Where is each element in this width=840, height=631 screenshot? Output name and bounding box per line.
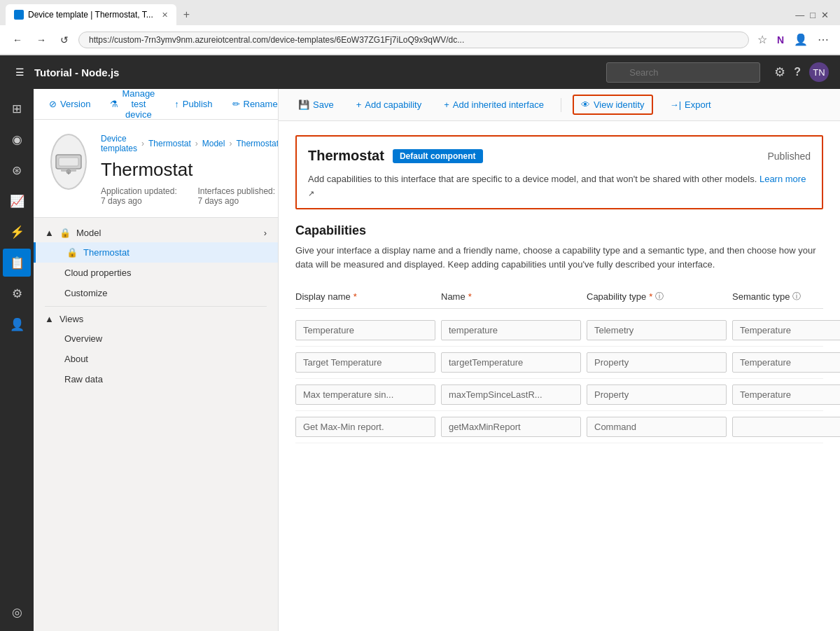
- capability-display-name-2[interactable]: [295, 384, 435, 405]
- save-button[interactable]: 💾 Save: [293, 96, 340, 113]
- capability-display-name-3[interactable]: [295, 417, 435, 437]
- capability-name-2[interactable]: [441, 384, 581, 405]
- capability-row: × ∨: [295, 314, 823, 347]
- main-area: ⊞ ◉ ⊛ 📈 ⚡ 📋 ⚙ 👤 ◎ ⊘ Version ⚗ Manage tes…: [0, 89, 840, 631]
- external-link-icon: ↗: [308, 189, 314, 197]
- sidebar-bottom-btn[interactable]: ◎: [3, 598, 31, 626]
- sidebar-devices-btn[interactable]: ◉: [3, 125, 31, 153]
- favorites-btn[interactable]: ☆: [755, 30, 770, 49]
- tab-favicon: [14, 10, 24, 20]
- onenote-btn[interactable]: N: [774, 32, 787, 48]
- view-identity-button[interactable]: 👁 View identity: [573, 95, 653, 115]
- capabilities-title: Capabilities: [295, 223, 823, 238]
- views-section-header[interactable]: ▲ Views: [34, 310, 278, 328]
- publish-label: Publish: [183, 99, 213, 109]
- rename-icon: ✏: [232, 99, 240, 109]
- nav-thermostat-label: Thermostat: [83, 247, 130, 258]
- nav-raw-data-label: Raw data: [64, 374, 103, 384]
- back-button[interactable]: ←: [8, 32, 27, 48]
- semantic-type-info-icon[interactable]: ⓘ: [792, 291, 801, 303]
- capability-type-info-icon[interactable]: ⓘ: [655, 291, 664, 303]
- model-section-header[interactable]: ▲ 🔒 Model ›: [34, 223, 278, 242]
- sidebar-home-btn[interactable]: ⊞: [3, 95, 31, 123]
- app-shell: ☰ Tutorial - Node.js 🔍 ⚙ ? TN ⊞ ◉ ⊛ 📈 ⚡ …: [0, 55, 840, 631]
- help-icon[interactable]: ?: [794, 66, 801, 78]
- capability-type-3[interactable]: [587, 417, 727, 437]
- sidebar-templates-btn[interactable]: 📋: [3, 249, 31, 277]
- nav-tree: ▲ 🔒 Model › 🔒 Thermostat Cloud propertie…: [34, 218, 278, 395]
- nav-item-about[interactable]: About: [34, 349, 278, 369]
- capability-semantic-1[interactable]: [732, 352, 840, 373]
- top-bar: ☰ Tutorial - Node.js 🔍 ⚙ ? TN: [0, 55, 840, 89]
- maximize-btn[interactable]: □: [810, 10, 816, 20]
- toolbar-divider: [561, 98, 561, 112]
- forward-button[interactable]: →: [32, 32, 50, 48]
- refresh-button[interactable]: ↺: [56, 32, 73, 48]
- extensions-btn[interactable]: ⋯: [815, 30, 832, 49]
- active-tab[interactable]: Device template | Thermostat, T... ✕: [6, 4, 176, 25]
- sidebar-rules-btn[interactable]: ⚡: [3, 218, 31, 246]
- capability-semantic-2[interactable]: [732, 384, 840, 405]
- tab-bar: Device template | Thermostat, T... ✕ + —…: [0, 0, 840, 25]
- user-avatar[interactable]: TN: [809, 62, 829, 82]
- search-input[interactable]: [606, 62, 760, 83]
- add-inherited-button[interactable]: + Add inherited interface: [438, 96, 550, 113]
- sidebar-admin-btn[interactable]: 👤: [3, 310, 31, 338]
- sidebar-analytics-btn[interactable]: 📈: [3, 187, 31, 215]
- nav-cloud-properties-label: Cloud properties: [64, 268, 131, 278]
- breadcrumb-model[interactable]: Model: [202, 139, 225, 148]
- export-button[interactable]: →| Export: [664, 96, 717, 113]
- capability-name-1[interactable]: [441, 352, 581, 373]
- nav-divider: [45, 306, 267, 307]
- device-name: Thermostat: [101, 159, 279, 181]
- address-bar: ← → ↺ ☆ N 👤 ⋯: [0, 25, 840, 55]
- hamburger-menu[interactable]: ☰: [11, 64, 29, 81]
- capability-semantic-0[interactable]: [732, 320, 840, 340]
- capability-semantic-3[interactable]: [732, 417, 840, 437]
- address-input[interactable]: [78, 32, 749, 48]
- add-inherited-label: Add inherited interface: [453, 99, 544, 110]
- rename-button[interactable]: ✏ Rename: [228, 96, 279, 112]
- learn-more-link[interactable]: Learn more: [760, 174, 806, 184]
- manage-test-device-button[interactable]: ⚗ Manage test device: [106, 89, 159, 123]
- breadcrumb-device-templates[interactable]: Device templates: [101, 134, 137, 153]
- publish-icon: ↑: [174, 99, 179, 109]
- nav-item-cloud-properties[interactable]: Cloud properties: [34, 263, 278, 283]
- version-button[interactable]: ⊘ Version: [45, 96, 94, 112]
- add-capability-icon: +: [356, 99, 362, 110]
- tab-close-btn[interactable]: ✕: [162, 11, 168, 20]
- capability-type-2[interactable]: [587, 384, 727, 405]
- browser-chrome: Device template | Thermostat, T... ✕ + —…: [0, 0, 840, 55]
- nav-item-customize[interactable]: Customize: [34, 283, 278, 303]
- breadcrumb-thermostat-2[interactable]: Thermostat: [236, 139, 279, 148]
- settings-icon[interactable]: ⚙: [774, 64, 785, 80]
- capability-row: × ∨: [295, 347, 823, 379]
- profile-btn[interactable]: 👤: [791, 30, 811, 49]
- capability-name-3[interactable]: [441, 417, 581, 437]
- capability-display-name-0[interactable]: [295, 320, 435, 340]
- interface-description: Add capabilities to this interface that …: [308, 172, 811, 208]
- content-area: 💾 Save + Add capability + Add inherited …: [279, 89, 840, 631]
- col-capability-type: Capability type * ⓘ: [587, 291, 727, 303]
- model-chevron-icon: ›: [264, 228, 267, 238]
- nav-item-raw-data[interactable]: Raw data: [34, 369, 278, 389]
- new-tab-button[interactable]: +: [179, 8, 194, 21]
- minimize-btn[interactable]: —: [795, 10, 804, 20]
- capability-name-0[interactable]: [441, 320, 581, 340]
- capability-display-name-1[interactable]: [295, 352, 435, 373]
- export-label: Export: [685, 99, 711, 110]
- publish-button[interactable]: ↑ Publish: [170, 96, 216, 112]
- nav-item-overview[interactable]: Overview: [34, 328, 278, 349]
- search-wrap: 🔍: [606, 62, 760, 83]
- content-toolbar: 💾 Save + Add capability + Add inherited …: [279, 89, 840, 121]
- capability-type-1[interactable]: [587, 352, 727, 373]
- capabilities-section: Capabilities Give your interface a displ…: [295, 223, 823, 443]
- sidebar-groups-btn[interactable]: ⊛: [3, 156, 31, 184]
- close-browser-btn[interactable]: ✕: [821, 10, 829, 20]
- add-capability-button[interactable]: + Add capability: [351, 96, 428, 113]
- nav-item-thermostat[interactable]: 🔒 Thermostat: [34, 242, 278, 263]
- interface-status: Published: [768, 151, 811, 162]
- capability-type-0[interactable]: [587, 320, 727, 340]
- sidebar-jobs-btn[interactable]: ⚙: [3, 279, 31, 307]
- breadcrumb-thermostat[interactable]: Thermostat: [148, 139, 191, 148]
